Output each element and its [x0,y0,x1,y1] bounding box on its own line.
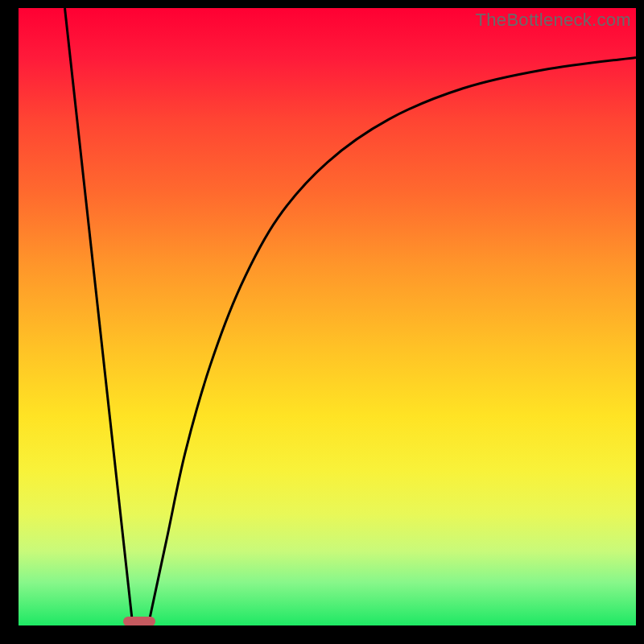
chart-container: TheBottleneck.com [0,0,644,644]
series-left-line [65,8,133,625]
bottleneck-marker [123,617,155,625]
plot-area: TheBottleneck.com [19,8,636,625]
curves-svg [19,8,636,625]
series-right-curve [148,57,636,625]
